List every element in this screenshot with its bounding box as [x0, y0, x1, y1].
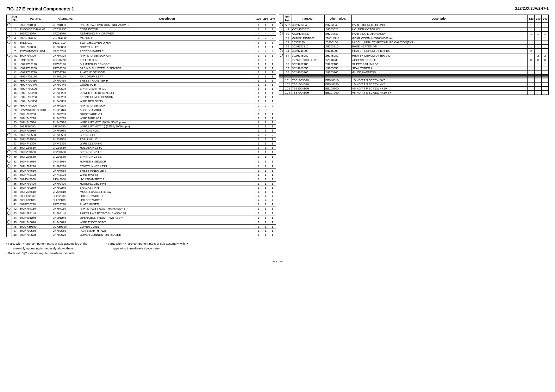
part-cell: 302H702580: [19, 229, 52, 233]
alt-cell: 2H739250: [52, 112, 79, 116]
desc-cell: +BIND T.T S SCREW 4X8: [352, 83, 528, 87]
qty120-cell: 1: [255, 220, 262, 225]
part-cell: 302H704650: [19, 169, 52, 173]
mark-cell: [7, 190, 11, 194]
part-cell: 302H746570: [19, 120, 52, 125]
qty230-cell: 3: [262, 108, 269, 112]
alt-cell: 2H704210: [52, 164, 79, 169]
mark-cell: [279, 53, 284, 58]
alt-cell: 2H794440: [325, 32, 352, 36]
mark-cell: [7, 112, 11, 116]
alt-cell: 2H702950: [52, 129, 79, 133]
part-cell: 7BB200410H: [291, 87, 325, 91]
table-row: A01302H7943902H794390PARTS ID SENSOR UNI…: [7, 53, 276, 58]
qty120-cell: 2: [527, 49, 534, 53]
qty240-cell: 1: [541, 45, 548, 49]
header-alt: Alternative.: [52, 15, 79, 23]
qty240-cell: 1: [541, 23, 548, 28]
ref-cell: 39: [11, 194, 19, 198]
mark-cell: [7, 146, 11, 150]
mark-cell: [7, 103, 11, 108]
qty120-cell: 3: [255, 108, 262, 112]
alt-cell: 2GR44112: [52, 36, 79, 40]
qty120-cell: 1: [255, 233, 262, 237]
desc-cell: GUIDE WIRE VU: [79, 112, 255, 116]
desc-cell: HVU TRANSFER 2: [79, 177, 255, 182]
desc-cell: SEAL TONER A: [352, 66, 528, 70]
qty240-cell: 4: [269, 194, 276, 198]
alt-cell: 2H703620: [325, 28, 352, 32]
qty120-cell: 1: [255, 206, 262, 211]
part-cell: •302H733260: [19, 91, 52, 95]
desc-cell: COVER CONNECTOR HEATER: [79, 233, 255, 237]
qty120-cell: 1: [255, 95, 262, 99]
qty230-cell: 1: [262, 62, 269, 66]
qty240-cell: 1: [269, 91, 276, 95]
alt-cell: 2H702580: [52, 229, 79, 233]
qty230-cell: 1: [262, 159, 269, 164]
ref-cell: 14: [11, 83, 19, 87]
page-header: FIG. 27 Electrical Components 1 2JZ/2JX/…: [6, 6, 549, 11]
alt-cell: 3LL02180: [52, 198, 79, 202]
table-row: 15•302H7025002H702500SPRING EARTH ICL111: [7, 87, 276, 91]
qty230-cell: 2: [262, 36, 269, 40]
desc-cell: MOTOR LIFT: [79, 36, 255, 40]
desc-cell: FRONT FILM ID SENSOR: [79, 95, 255, 99]
qty120-cell: 1: [255, 66, 262, 70]
desc-cell: WIRE REG SENS: [79, 99, 255, 103]
table-row: 21302H7392502H739250GUIDE WIRE VU111: [7, 112, 276, 116]
ref-cell: 58: [284, 70, 291, 75]
desc-cell: HOLDER WIRE A: [79, 198, 255, 202]
qty230-cell: 1: [262, 53, 269, 58]
part-cell: •302H703620: [291, 28, 325, 32]
mark-cell: [7, 169, 11, 173]
qty230-cell: 1: [262, 99, 269, 103]
mark-cell: [7, 116, 11, 120]
qty230-cell: 1: [262, 229, 269, 233]
qty240-cell: 1: [269, 75, 276, 79]
qty230-cell: [534, 91, 541, 95]
part-cell: 302H703760: [291, 70, 325, 75]
part-cell: •302H702170: [19, 75, 52, 79]
mark-cell: [7, 45, 11, 49]
desc-cell: SWITCH,COVER OPEN: [79, 40, 255, 45]
alt-cell: 2H001240: [52, 216, 79, 220]
qty120-cell: 1: [255, 146, 262, 150]
qty120-cell: 1: [527, 40, 534, 45]
desc-cell: WIRE LIFT MOT (L) (25/25, 30/30 ppm): [79, 125, 255, 129]
qty240-cell: 1: [269, 138, 276, 142]
mark-cell: [279, 91, 284, 95]
ref-cell: 9: [11, 62, 19, 66]
alt-cell: 2H739530: [52, 133, 79, 138]
qty120-cell: 1: [255, 216, 262, 220]
qty240-cell: 1: [269, 150, 276, 155]
part-cell: •302H794440: [291, 32, 325, 36]
header-ref-r: Ref.No.: [284, 15, 291, 23]
qty240-cell: 1: [269, 177, 276, 182]
footnote-2: • Parts with "◎" indicate regular mainte…: [6, 251, 87, 255]
mark-cell: [279, 78, 284, 83]
desc-cell: COVER INLET: [79, 45, 255, 49]
part-cell: •302H746350: [19, 99, 52, 103]
part-cell: 303LL02330: [19, 194, 52, 198]
alt-cell: 2H703850: [325, 66, 352, 70]
qty230-cell: 1: [262, 125, 269, 129]
table-row: 12•302H7021702H702170RAIL DRUM LEFT111: [7, 75, 276, 79]
alt-cell: 2H745090: [325, 49, 352, 53]
alt-cell: BB048820: [325, 83, 352, 87]
mark-cell: [7, 220, 11, 225]
desc-cell: SPRING SHUTTER ID SENSOR: [79, 66, 255, 70]
table-row: 4302GR441122GR44112MOTOR LIFT222: [7, 36, 276, 40]
qty240-cell: 1: [269, 129, 276, 133]
alt-cell: 2BG16590: [52, 58, 79, 62]
mark-cell: [7, 23, 11, 28]
qty240-cell: 1: [269, 66, 276, 70]
alt-cell: YC026130: [52, 28, 79, 32]
alt-cell: 2H746320: [52, 142, 79, 146]
alt-cell: 20305130: [325, 40, 352, 45]
qty240-cell: 1: [541, 40, 548, 45]
qty230-cell: 2: [262, 58, 269, 62]
qty230-cell: 3: [262, 40, 269, 45]
qty240-cell: 1: [541, 70, 548, 75]
qty120-cell: 4: [255, 198, 262, 202]
